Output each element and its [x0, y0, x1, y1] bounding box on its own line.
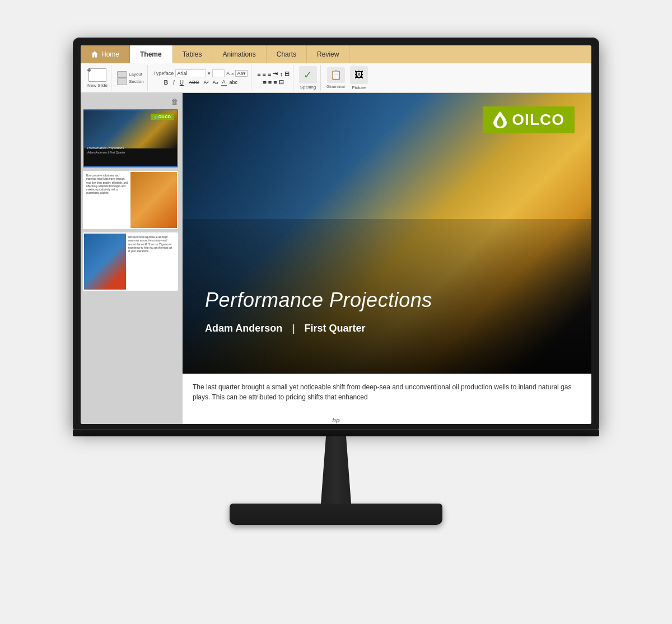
indent-icon[interactable]: ⇥ — [273, 70, 278, 77]
monitor-stand-base — [230, 504, 442, 525]
columns-icon[interactable]: ⊞ — [284, 70, 290, 77]
layout-button[interactable]: Layout — [117, 71, 144, 78]
subscript-button[interactable]: A₂ — [212, 79, 220, 86]
strikethrough-button[interactable]: ABC — [187, 79, 201, 86]
tab-animations-label: Animations — [222, 50, 255, 58]
oilco-drop-icon — [493, 111, 507, 129]
font-size-down[interactable]: a — [231, 72, 234, 76]
tab-charts-label: Charts — [277, 50, 296, 58]
superscript-button[interactable]: A² — [203, 79, 210, 86]
tab-home-label: Home — [101, 50, 119, 58]
section-icon — [117, 78, 127, 85]
slide-logo-box: OILCO — [483, 106, 575, 133]
bullet-list-icon[interactable]: ≡ — [263, 79, 266, 86]
picture-button[interactable]: 🖼 — [350, 66, 368, 84]
italic-button[interactable]: I — [171, 79, 176, 86]
content-area: 🗑 💧 OILCO Performance Projections — [81, 93, 591, 424]
picture-label: Picture — [352, 85, 366, 90]
layout-section-group: Layout Section — [114, 65, 148, 91]
grammar-label: Grammar — [326, 84, 346, 89]
slide-thumb-3[interactable]: We have local expertise at all major res… — [83, 232, 178, 291]
tab-review[interactable]: Review — [307, 45, 349, 63]
bold-button[interactable]: B — [162, 79, 170, 86]
spelling-label: Spelling — [300, 85, 316, 90]
tab-home[interactable]: Home — [81, 45, 130, 63]
monitor-frame: Home Theme Tables Animations Charts — [73, 38, 599, 430]
align-row-2: ≡ ≡ ≡ ⊟ — [263, 78, 283, 86]
new-slide-button[interactable]: New Slide — [87, 68, 108, 88]
numbered-list-icon[interactable]: ≡ — [268, 79, 272, 86]
spelling-group: ✓ Spelling — [296, 65, 321, 91]
screen: Home Theme Tables Animations Charts — [81, 45, 591, 424]
section-button[interactable]: Section — [117, 78, 144, 85]
font-group: Typeface ▾ 11 A a Aa▾ B I U ABC — [150, 65, 251, 91]
typeface-label: Typeface — [153, 71, 174, 76]
grammar-picture-group: 📋 Grammar 🖼 Picture — [323, 65, 371, 91]
font-size-up[interactable]: A — [226, 71, 230, 76]
slide-3-text: We have local expertise at all major res… — [128, 236, 175, 253]
new-slide-label: New Slide — [87, 83, 108, 88]
slide-1-logo: 💧 OILCO — [151, 114, 174, 120]
ribbon-tabs: Home Theme Tables Animations Charts — [81, 45, 591, 63]
font-family-input[interactable] — [175, 69, 206, 77]
layout-group: Layout Section — [117, 71, 144, 85]
tab-charts[interactable]: Charts — [267, 45, 307, 63]
alignment-group: ≡ ≡ ≡ ⇥ ↕ ⊞ ≡ ≡ ≡ ⊟ — [254, 65, 293, 91]
slide-notes[interactable]: The last quarter brought a small yet not… — [183, 374, 591, 424]
grammar-button[interactable]: 📋 — [327, 67, 345, 83]
tab-animations[interactable]: Animations — [212, 45, 266, 63]
slide-1-title-thumb: Performance Projections — [87, 146, 124, 150]
slide-main-subtitle: Adam Anderson | First Quarter — [205, 323, 365, 334]
hp-logo: hp — [328, 415, 344, 425]
tab-review-label: Review — [317, 50, 339, 58]
tab-theme-label: Theme — [140, 50, 162, 58]
tab-tables[interactable]: Tables — [172, 45, 213, 63]
new-slide-icon — [88, 68, 106, 82]
ribbon: Home Theme Tables Animations Charts — [81, 45, 591, 93]
layout-label: Layout — [129, 72, 142, 77]
align-center-icon[interactable]: ≡ — [263, 71, 266, 77]
convert-icon[interactable]: ⊟ — [279, 78, 284, 86]
monitor-bottom-bar — [73, 430, 599, 436]
align-right-icon[interactable]: ≡ — [268, 71, 271, 77]
tab-theme[interactable]: Theme — [130, 45, 172, 63]
delete-icon[interactable]: 🗑 — [171, 97, 178, 106]
slide-thumb-1[interactable]: 💧 OILCO Performance Projections Adam And… — [83, 109, 178, 167]
slide-notes-text: The last quarter brought a small yet not… — [193, 383, 571, 401]
font-row-2: B I U ABC A² A₂ A abc — [162, 78, 239, 86]
underline-button[interactable]: U — [178, 79, 185, 86]
brand-label: hp — [332, 417, 339, 423]
font-size-input[interactable]: 11 — [212, 69, 225, 77]
ribbon-toolbar: New Slide Layout Section — [81, 63, 591, 92]
monitor-outer: Home Theme Tables Animations Charts — [73, 38, 599, 586]
font-row-1: Typeface ▾ 11 A a Aa▾ — [153, 69, 248, 77]
slide-main-title: Performance Projections — [205, 288, 580, 312]
slide-period: First Quarter — [304, 323, 365, 334]
slide-2-thumbnail: Non-corrosive substrates and materials h… — [84, 172, 177, 228]
layout-icon — [117, 71, 127, 78]
font-case-btn[interactable]: Aa▾ — [235, 70, 248, 77]
home-icon — [91, 50, 99, 58]
main-slide-canvas[interactable]: OILCO Performance Projections Adam Ander… — [183, 93, 591, 374]
slide-2-text: Non-corrosive substrates and materials h… — [86, 174, 128, 195]
slide-1-thumbnail: 💧 OILCO Performance Projections Adam And… — [84, 110, 177, 166]
slide-thumb-2[interactable]: Non-corrosive substrates and materials h… — [83, 171, 178, 229]
slide-2-text-area: Non-corrosive substrates and materials h… — [84, 172, 130, 228]
line-spacing-icon[interactable]: ↕ — [279, 71, 283, 77]
slide-3-thumbnail: We have local expertise at all major res… — [84, 234, 177, 290]
highlight-button[interactable]: abc — [228, 79, 239, 86]
spelling-button[interactable]: ✓ — [299, 66, 317, 83]
delete-area: 🗑 — [83, 97, 180, 106]
slide-1-subtitle-thumb: Adam Anderson | First Quarter — [87, 151, 125, 154]
subtitle-divider: | — [292, 323, 295, 334]
align-left-icon[interactable]: ≡ — [257, 71, 260, 77]
slide-3-text-area: We have local expertise at all major res… — [126, 234, 177, 290]
slide-company-name: OILCO — [512, 111, 564, 129]
slide-1-period-thumb: First Quarter — [110, 151, 125, 154]
main-view: OILCO Performance Projections Adam Ander… — [183, 93, 591, 424]
font-color-button[interactable]: A — [221, 78, 227, 86]
decrease-indent-icon[interactable]: ≡ — [273, 79, 277, 86]
align-row-1: ≡ ≡ ≡ ⇥ ↕ ⊞ — [257, 70, 290, 77]
slide-presenter-name: Adam Anderson — [205, 323, 282, 334]
slide-1-name-thumb: Adam Anderson — [87, 151, 108, 154]
